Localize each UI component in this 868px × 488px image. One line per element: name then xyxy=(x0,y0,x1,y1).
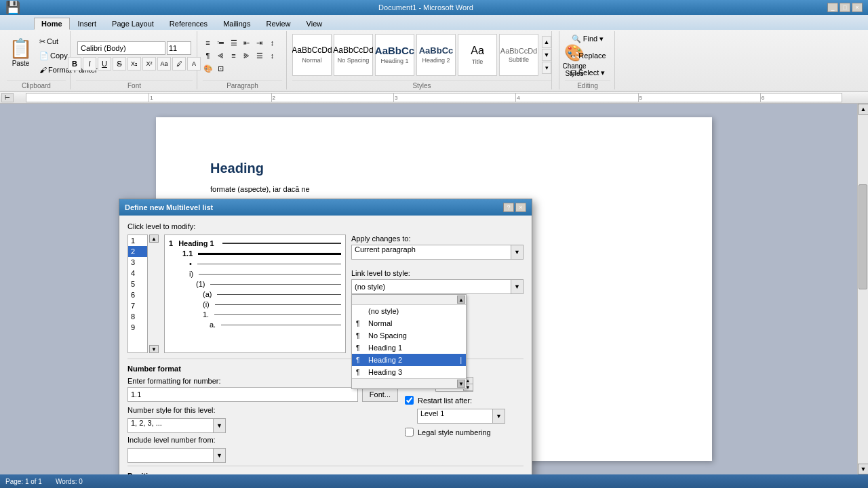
preview-text-1: Heading 1 xyxy=(178,239,214,247)
number-style-arrow[interactable]: ▼ xyxy=(213,419,225,432)
level-1[interactable]: 1 xyxy=(128,235,147,246)
numbering-button[interactable]: ≔ xyxy=(215,37,227,49)
styles-scroll-down[interactable]: ▼ xyxy=(542,49,551,61)
multilevel-list-dialog: Define new Multilevel list ? × Click lev… xyxy=(119,199,532,474)
highlight-button[interactable]: 🖊 xyxy=(172,57,186,70)
level-2[interactable]: 2 xyxy=(128,246,147,257)
find-button[interactable]: 🔍 Find ▾ xyxy=(567,31,608,46)
style-heading2[interactable]: AaBbCc Heading 2 xyxy=(416,34,456,76)
option-heading2[interactable]: ¶ Heading 2 | xyxy=(352,354,466,366)
option-heading3[interactable]: ¶ Heading 3 xyxy=(352,366,466,378)
align-center-button[interactable]: ≡ xyxy=(228,49,240,62)
ruler-corner: ⊢ xyxy=(1,93,14,102)
styles-more[interactable]: ▾ xyxy=(542,62,551,74)
strikethrough-button[interactable]: S xyxy=(113,57,126,70)
dialog-help-btn[interactable]: ? xyxy=(503,203,514,212)
multilevel-list-button[interactable]: ☰ xyxy=(228,37,240,49)
level-9[interactable]: 9 xyxy=(128,322,147,333)
shading-button[interactable]: 🎨 xyxy=(202,62,214,75)
level-scroll-down[interactable]: ▼ xyxy=(149,345,159,353)
level-scroll-up[interactable]: ▲ xyxy=(149,235,159,243)
restart-list-checkbox[interactable] xyxy=(405,396,414,405)
level-6[interactable]: 6 xyxy=(128,289,147,300)
number-style-select[interactable]: 1, 2, 3, ... ▼ xyxy=(127,418,226,433)
preview-line-7: (i) xyxy=(203,300,341,308)
dropdown-scroll-down[interactable]: ▼ xyxy=(457,380,465,388)
link-level-select[interactable]: (no style) ▼ xyxy=(351,279,524,294)
replace-button[interactable]: ↔ Replace xyxy=(564,48,610,63)
option-normal[interactable]: ¶ Normal xyxy=(352,317,466,329)
bullets-button[interactable]: ≡ xyxy=(202,37,214,49)
level-4[interactable]: 4 xyxy=(128,268,147,279)
include-level-arrow[interactable]: ▼ xyxy=(213,449,225,462)
option-no-style[interactable]: (no style) xyxy=(352,305,466,317)
level-7[interactable]: 7 xyxy=(128,300,147,311)
clipboard-group: 📋 Paste ✂ Cut 📄 Copy 🖌 Format Painter Cl… xyxy=(3,31,71,89)
line-spacing-button[interactable]: ↕ xyxy=(267,49,279,62)
styles-scroll-up[interactable]: ▲ xyxy=(542,36,551,48)
tab-page-layout[interactable]: Page Layout xyxy=(104,18,161,30)
link-level-arrow[interactable]: ▼ xyxy=(511,280,523,293)
align-right-button[interactable]: ⫸ xyxy=(241,49,253,62)
font-group-label: Font xyxy=(76,80,193,89)
ruler: ⊢ 1 2 3 4 5 6 xyxy=(0,92,868,104)
style-title[interactable]: Aa Title xyxy=(458,34,497,76)
format-input-row: Font... xyxy=(127,387,398,402)
style-subtitle[interactable]: AaBbCcDd Subtitle xyxy=(499,34,538,76)
restart-list-value-row: Level 1 ▼ xyxy=(417,409,524,424)
minimize-btn[interactable]: _ xyxy=(827,3,838,12)
style-heading1[interactable]: AaBbCc Heading 1 xyxy=(375,34,414,76)
close-btn[interactable]: × xyxy=(852,3,863,12)
underline-button[interactable]: U xyxy=(98,57,111,70)
option-heading1[interactable]: ¶ Heading 1 xyxy=(352,342,466,354)
tab-insert[interactable]: Insert xyxy=(71,18,104,30)
status-bar: Page: 1 of 1 Words: 0 xyxy=(0,474,868,488)
borders-button[interactable]: ⊡ xyxy=(215,62,227,75)
style-subtitle-preview: AaBbCcDd xyxy=(500,47,537,55)
font-size-input[interactable] xyxy=(167,41,191,55)
justify-button[interactable]: ☰ xyxy=(254,49,266,62)
sort-button[interactable]: ↕ xyxy=(267,37,279,49)
tab-home[interactable]: Home xyxy=(34,18,70,30)
apply-changes-arrow[interactable]: ▼ xyxy=(511,245,523,259)
tab-view[interactable]: View xyxy=(299,18,330,30)
format-input[interactable] xyxy=(127,387,358,402)
ruler-mark-4: 4 xyxy=(515,94,519,102)
tab-mailings[interactable]: Mailings xyxy=(216,18,258,30)
italic-button[interactable]: I xyxy=(83,57,96,70)
legal-style-checkbox[interactable] xyxy=(405,428,414,436)
option-no-spacing[interactable]: ¶ No Spacing xyxy=(352,329,466,342)
styles-scroll: ▲ ▼ ▾ xyxy=(542,36,551,74)
apply-changes-select[interactable]: Current paragraph ▼ xyxy=(351,245,524,260)
font-name-input[interactable] xyxy=(77,41,165,55)
show-marks-button[interactable]: ¶ xyxy=(202,49,214,62)
level-3[interactable]: 3 xyxy=(128,257,147,268)
decrease-indent-button[interactable]: ⇤ xyxy=(241,37,253,49)
paste-button[interactable]: 📋 Paste xyxy=(7,35,35,76)
font-button[interactable]: Font... xyxy=(362,387,398,402)
dropdown-scroll-up[interactable]: ▲ xyxy=(457,296,465,304)
preview-line-6: (a) xyxy=(203,290,341,298)
maximize-btn[interactable]: □ xyxy=(840,3,850,12)
link-level-dropdown[interactable]: (no style) ▼ ▲ xyxy=(351,279,524,294)
increase-indent-button[interactable]: ⇥ xyxy=(254,37,266,49)
subscript-button[interactable]: X₂ xyxy=(127,57,141,70)
level-5[interactable]: 5 xyxy=(128,279,147,289)
preview-dash-4 xyxy=(199,274,341,274)
bold-button[interactable]: B xyxy=(68,57,81,70)
style-no-spacing[interactable]: AaBbCcDd No Spacing xyxy=(334,34,373,76)
select-button[interactable]: ⊡ Select ▾ xyxy=(566,65,610,80)
style-normal[interactable]: AaBbCcDd Normal xyxy=(292,34,332,76)
restart-list-arrow[interactable]: ▼ xyxy=(492,409,505,423)
restart-list-select[interactable]: Level 1 ▼ xyxy=(417,409,505,424)
tab-review[interactable]: Review xyxy=(258,18,298,30)
align-left-button[interactable]: ⫷ xyxy=(215,49,227,62)
include-level-row: Include level number from: xyxy=(127,436,398,444)
text-case-button[interactable]: Aa xyxy=(157,57,171,70)
superscript-button[interactable]: X² xyxy=(142,57,156,70)
level-8[interactable]: 8 xyxy=(128,311,147,322)
dialog-close-btn[interactable]: × xyxy=(515,203,526,212)
apply-changes-value: Current paragraph xyxy=(352,245,511,259)
tab-references[interactable]: References xyxy=(162,18,215,30)
include-level-select[interactable]: ▼ xyxy=(127,448,226,463)
